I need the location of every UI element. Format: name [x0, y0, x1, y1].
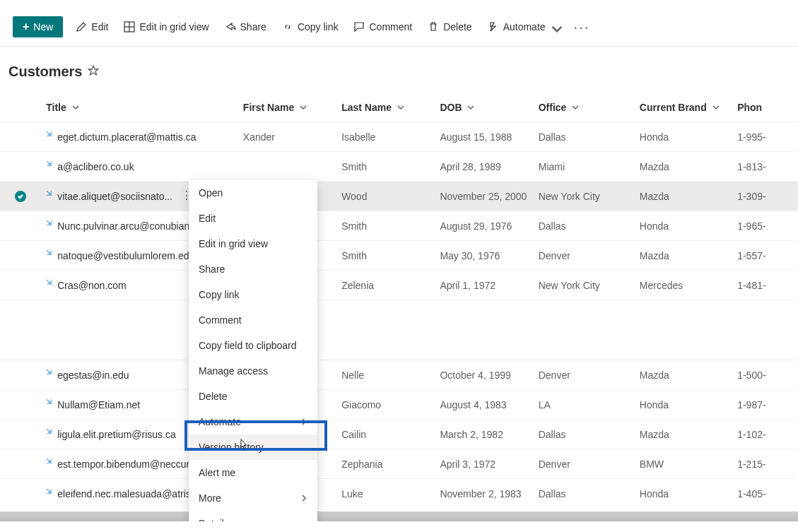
edit-grid-button[interactable]: Edit in grid view [121, 18, 211, 35]
ctx-automate[interactable]: Automate [189, 409, 317, 435]
share-label: Share [240, 21, 266, 32]
link-icon: ⇲ [46, 457, 52, 465]
ctx-share[interactable]: Share [189, 256, 317, 282]
ctx-more[interactable]: More [189, 485, 317, 511]
table-row[interactable]: ⇲ligula.elit.pretium@risus.ca Cailin Mar… [0, 420, 798, 449]
table-row[interactable]: ⇲egestas@in.edu Nelle October 4, 1999 De… [0, 360, 798, 390]
title-cell[interactable]: eget.dictum.placerat@mattis.ca [57, 131, 196, 143]
check-icon [15, 191, 26, 202]
delete-label: Delete [443, 21, 471, 32]
chevron-down-icon [467, 102, 474, 113]
column-header-last-name[interactable]: Last Name [341, 102, 440, 113]
dob-cell: August 15, 1988 [440, 131, 538, 143]
table-row[interactable]: ⇲Cras@non.com Zelenia April 1, 1972 New … [0, 271, 798, 300]
share-button[interactable]: Share [222, 18, 269, 35]
comment-label: Comment [369, 21, 412, 32]
chevron-down-icon [551, 23, 558, 30]
edit-button[interactable]: Edit [73, 18, 111, 35]
scrollbar-horizontal[interactable] [0, 512, 798, 521]
table-row-empty [0, 300, 798, 330]
table-header-row: Title First Name Last Name DOB Office Cu… [0, 93, 798, 122]
link-icon: ⇲ [46, 398, 52, 406]
new-button-label: New [33, 21, 53, 32]
link-icon: ⇲ [46, 427, 52, 435]
column-header-phone[interactable]: Phon [737, 102, 798, 113]
automate-button[interactable]: Automate [485, 18, 561, 35]
column-header-first-name[interactable]: First Name [243, 102, 341, 113]
ctx-delete[interactable]: Delete [189, 384, 317, 409]
chevron-down-icon [397, 102, 404, 113]
comment-button[interactable]: Comment [351, 18, 415, 35]
title-cell[interactable]: Cras@non.com [57, 280, 126, 291]
title-cell[interactable]: est.tempor.bibendum@neccursus [57, 459, 205, 470]
flow-icon [488, 21, 499, 32]
title-cell[interactable]: Nunc.pulvinar.arcu@conubianostr [57, 220, 206, 232]
chevron-right-icon [300, 492, 307, 504]
edit-grid-label: Edit in grid view [139, 21, 209, 32]
table-row[interactable]: ⇲a@aclibero.co.uk Smith April 28, 1989 M… [0, 152, 798, 182]
table-row-selected[interactable]: ⇲ vitae.aliquet@sociisnato... ⋮ Wood Nov… [0, 182, 798, 211]
share-icon [225, 21, 236, 32]
column-header-title[interactable]: Title [40, 102, 243, 113]
link-icon: ⇲ [46, 249, 52, 256]
chevron-down-icon [572, 102, 579, 113]
title-cell[interactable]: egestas@in.edu [57, 370, 129, 381]
comment-icon [353, 21, 365, 32]
chevron-right-icon [300, 416, 307, 427]
title-cell[interactable]: natoque@vestibulumlorem.edu [57, 250, 194, 261]
ctx-version-history[interactable]: Version history [189, 435, 317, 460]
ctx-edit[interactable]: Edit [189, 206, 317, 231]
trash-icon [428, 21, 439, 32]
copy-link-button[interactable]: Copy link [279, 18, 341, 35]
column-header-brand[interactable]: Current Brand [640, 102, 737, 113]
context-menu: Open Edit Edit in grid view Share Copy l… [189, 180, 317, 521]
table-row[interactable]: ⇲est.tempor.bibendum@neccursus Zephania … [0, 449, 798, 479]
table-row[interactable]: ⇲natoque@vestibulumlorem.edu Smith May 3… [0, 241, 798, 271]
link-icon: ⇲ [46, 189, 52, 197]
ctx-manage-access[interactable]: Manage access [189, 358, 317, 384]
edit-label: Edit [91, 21, 108, 32]
plus-icon: + [23, 21, 29, 32]
title-cell[interactable]: eleifend.nec.malesuada@atrisus.c [57, 488, 209, 500]
link-icon [282, 21, 293, 32]
link-icon: ⇲ [46, 278, 52, 286]
title-cell[interactable]: vitae.aliquet@sociisnato... [57, 191, 172, 202]
link-icon: ⇲ [46, 219, 52, 227]
ctx-copy-link[interactable]: Copy link [189, 282, 317, 307]
delete-button[interactable]: Delete [425, 18, 474, 35]
list-header: Customers [0, 47, 798, 93]
link-icon: ⇲ [46, 160, 52, 167]
list-table: Title First Name Last Name DOB Office Cu… [0, 93, 798, 509]
column-header-dob[interactable]: DOB [440, 102, 538, 113]
ctx-open[interactable]: Open [189, 180, 317, 206]
brand-cell: Honda [640, 131, 737, 143]
table-row[interactable]: ⇲eleifend.nec.malesuada@atrisus.c Luke N… [0, 479, 798, 509]
ctx-comment[interactable]: Comment [189, 307, 317, 333]
office-cell: Dallas [539, 131, 640, 143]
column-header-office[interactable]: Office [539, 102, 640, 113]
table-row[interactable]: ⇲Nunc.pulvinar.arcu@conubianostr Smith A… [0, 211, 798, 241]
ctx-edit-grid[interactable]: Edit in grid view [189, 231, 317, 256]
title-cell[interactable]: Nullam@Etiam.net [57, 399, 140, 410]
copy-link-label: Copy link [298, 21, 339, 32]
ctx-alert-me[interactable]: Alert me [189, 460, 317, 485]
more-commands-button[interactable]: ··· [571, 20, 593, 34]
star-icon[interactable] [88, 65, 99, 78]
new-button[interactable]: + New [13, 16, 63, 37]
chevron-down-icon [72, 102, 79, 113]
last-name-cell: Isabelle [341, 131, 440, 143]
list-title: Customers [8, 64, 82, 80]
title-cell[interactable]: ligula.elit.pretium@risus.ca [57, 429, 176, 440]
chevron-down-icon [300, 102, 307, 113]
table-row[interactable]: ⇲eget.dictum.placerat@mattis.ca Xander I… [0, 122, 798, 152]
link-icon: ⇲ [46, 487, 52, 495]
link-icon: ⇲ [46, 368, 52, 376]
grid-icon [124, 21, 135, 32]
table-row-empty [0, 330, 798, 360]
table-row[interactable]: ⇲Nullam@Etiam.net Giacomo August 4, 1983… [0, 390, 798, 420]
title-cell[interactable]: a@aclibero.co.uk [57, 161, 134, 172]
first-name-cell: Xander [243, 131, 341, 143]
ctx-details[interactable]: Details [189, 511, 317, 521]
command-bar: + New Edit Edit in grid view Share Copy … [0, 7, 798, 47]
ctx-copy-field[interactable]: Copy field to clipboard [189, 333, 317, 358]
